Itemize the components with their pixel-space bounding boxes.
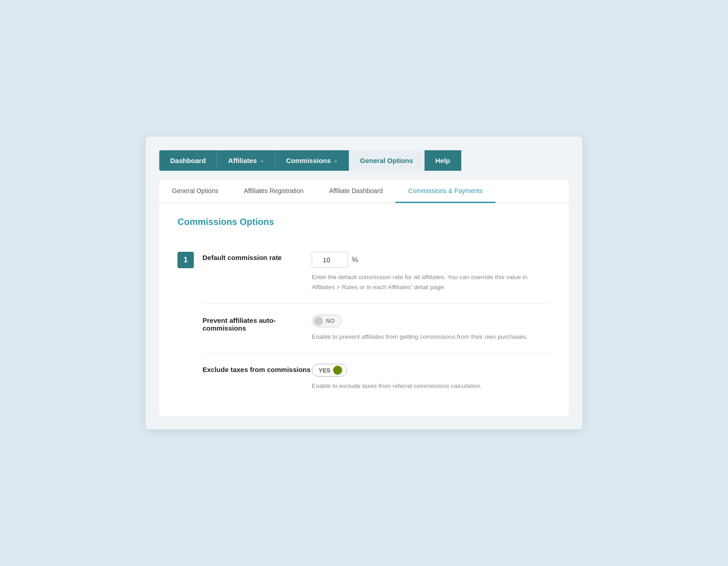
sub-tabs: General Options Affiliates Registration …: [159, 180, 569, 203]
chevron-down-icon: ⌄: [260, 158, 264, 163]
setting-desc-commission-rate: Enter the default commission rate for al…: [312, 272, 551, 292]
nav-commissions[interactable]: Commissions ⌄: [275, 150, 349, 171]
nav-general-options[interactable]: General Options: [349, 150, 425, 171]
setting-row-commission-rate: 1 Default commission rate % Enter the de…: [202, 241, 551, 303]
setting-row-exclude-taxes: Exclude taxes from commissions YES Enabl…: [202, 353, 551, 402]
row-number-1: 1: [177, 252, 194, 268]
nav-help[interactable]: Help: [425, 150, 462, 171]
chevron-down-icon: ⌄: [334, 158, 338, 163]
content-card: General Options Affiliates Registration …: [159, 180, 569, 415]
nav-dashboard[interactable]: Dashboard: [159, 150, 217, 171]
section-title: Commissions Options: [177, 217, 551, 227]
commission-rate-input[interactable]: [312, 252, 348, 268]
nav-commissions-label: Commissions: [286, 157, 331, 164]
tab-affiliates-registration[interactable]: Affiliates Registration: [231, 180, 316, 203]
toggle-row-yes: YES: [312, 364, 551, 377]
toggle-dot-on-icon: [333, 366, 342, 375]
setting-desc-exclude-taxes: Enable to exclude taxes from referral co…: [312, 381, 551, 391]
nav-affiliates[interactable]: Affiliates ⌄: [217, 150, 275, 171]
setting-control-commission-rate: % Enter the default commission rate for …: [312, 252, 551, 292]
toggle-row-no: NO: [312, 315, 551, 327]
toggle-yes-button[interactable]: YES: [312, 364, 347, 377]
top-nav: Dashboard Affiliates ⌄ Commissions ⌄ Gen…: [159, 150, 569, 171]
toggle-no-button[interactable]: NO: [312, 315, 342, 327]
tab-commissions-payments[interactable]: Commissions & Payments: [395, 180, 495, 203]
number-input-row: %: [312, 252, 551, 268]
nav-affiliates-label: Affiliates: [228, 157, 257, 164]
page-wrapper: Dashboard Affiliates ⌄ Commissions ⌄ Gen…: [146, 137, 582, 429]
toggle-dot-off-icon: [314, 316, 323, 326]
toggle-yes-label: YES: [318, 367, 330, 374]
nav-help-label: Help: [435, 157, 450, 164]
setting-desc-auto-commissions: Enable to prevent affiliates from gettin…: [312, 332, 551, 342]
percent-sign: %: [352, 256, 358, 264]
setting-control-auto-commissions: NO Enable to prevent affiliates from get…: [312, 315, 551, 342]
setting-label-commission-rate: Default commission rate: [202, 252, 312, 261]
tab-general-options[interactable]: General Options: [159, 180, 231, 203]
nav-general-options-label: General Options: [360, 157, 413, 164]
toggle-no-label: NO: [326, 317, 335, 324]
setting-row-auto-commissions: Prevent affiliates auto-commissions NO E…: [202, 304, 551, 353]
nav-dashboard-label: Dashboard: [170, 157, 206, 164]
setting-label-auto-commissions: Prevent affiliates auto-commissions: [202, 315, 312, 332]
main-content: Commissions Options 1 Default commission…: [159, 203, 569, 415]
setting-label-exclude-taxes: Exclude taxes from commissions: [202, 364, 312, 373]
tab-affiliate-dashboard[interactable]: Affiliate Dashboard: [316, 180, 395, 203]
setting-control-exclude-taxes: YES Enable to exclude taxes from referra…: [312, 364, 551, 391]
